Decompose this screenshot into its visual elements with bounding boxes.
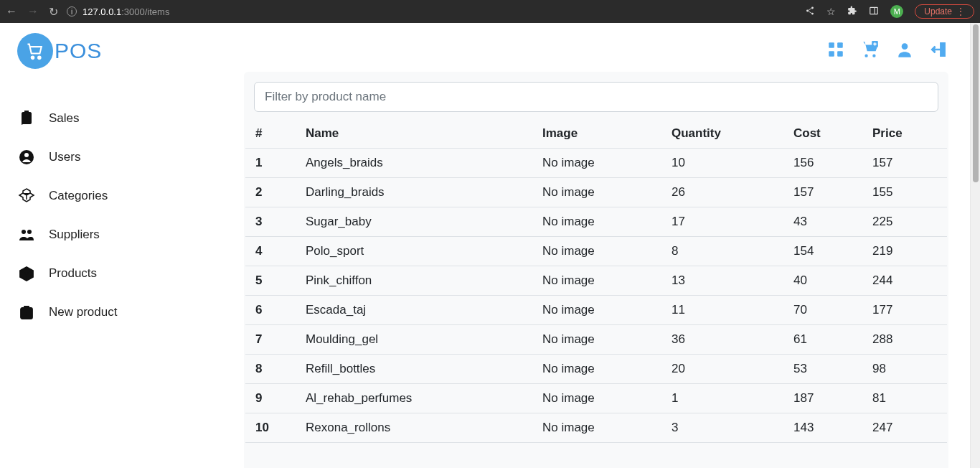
sidebar-item-products[interactable]: Products: [17, 264, 230, 283]
svg-point-9: [24, 153, 29, 157]
nav-icon: [17, 264, 36, 283]
table-row[interactable]: 9Al_rehab_perfumesNo image118781: [245, 384, 947, 413]
sidebar: POS SalesUsersCategoriesSuppliersProduct…: [0, 23, 244, 468]
cell-cost: 53: [783, 355, 862, 384]
cell-cost: 154: [783, 237, 862, 266]
cell-image: No image: [532, 149, 661, 178]
cell-cost: 157: [783, 178, 862, 207]
reload-button[interactable]: ↻: [49, 5, 58, 19]
scrollbar-thumb[interactable]: [973, 24, 979, 182]
cell-image: No image: [532, 413, 661, 443]
table-row[interactable]: 10Rexona_rollonsNo image3143247: [245, 413, 947, 443]
profile-avatar[interactable]: M: [890, 5, 903, 18]
top-toolbar: [244, 30, 948, 72]
cell-index: 5: [245, 266, 296, 296]
svg-rect-3: [870, 7, 878, 14]
cell-name: Darling_braids: [296, 178, 532, 207]
cell-cost: 187: [783, 384, 862, 413]
sidebar-item-users[interactable]: Users: [17, 148, 230, 167]
app-logo[interactable]: POS: [17, 33, 230, 69]
cell-index: 10: [245, 413, 296, 443]
table-row[interactable]: 8Refill_bottlesNo image205398: [245, 355, 947, 384]
sidebar-item-new-product[interactable]: New product: [17, 303, 230, 322]
cell-quantity: 3: [661, 413, 783, 443]
forward-button[interactable]: →: [27, 5, 39, 18]
cell-image: No image: [532, 178, 661, 207]
panel-icon[interactable]: [869, 6, 879, 18]
svg-rect-16: [837, 51, 843, 57]
sidebar-item-sales[interactable]: Sales: [17, 109, 230, 128]
sidebar-item-suppliers[interactable]: Suppliers: [17, 225, 230, 244]
extensions-icon[interactable]: [847, 6, 857, 18]
cell-image: No image: [532, 237, 661, 266]
col-price: Price: [862, 119, 947, 149]
cell-price: 98: [862, 355, 947, 384]
cell-price: 81: [862, 384, 947, 413]
cell-name: Polo_sport: [296, 237, 532, 266]
cell-image: No image: [532, 355, 661, 384]
cell-quantity: 8: [661, 237, 783, 266]
cell-quantity: 26: [661, 178, 783, 207]
cell-quantity: 13: [661, 266, 783, 296]
col-name: Name: [296, 119, 532, 149]
cell-index: 8: [245, 355, 296, 384]
cell-image: No image: [532, 325, 661, 355]
table-row[interactable]: 7Moulding_gelNo image3661288: [245, 325, 947, 355]
svg-rect-7: [24, 115, 29, 116]
col-image: Image: [532, 119, 661, 149]
dashboard-icon[interactable]: [826, 40, 845, 62]
products-table: # Name Image Quantity Cost Price 1Angels…: [245, 119, 947, 443]
cell-index: 1: [245, 149, 296, 178]
address-bar[interactable]: i 127.0.0.1:3000/items: [67, 6, 796, 17]
svg-point-5: [32, 57, 34, 60]
back-button[interactable]: ←: [6, 5, 17, 18]
more-icon: ⋮: [956, 6, 965, 17]
table-row[interactable]: 4Polo_sportNo image8154219: [245, 237, 947, 266]
update-button[interactable]: Update ⋮: [915, 4, 974, 19]
cell-name: Escada_taj: [296, 296, 532, 325]
cell-name: Angels_braids: [296, 149, 532, 178]
table-row[interactable]: 2Darling_braidsNo image26157155: [245, 178, 947, 207]
table-row[interactable]: 3Sugar_babyNo image1743225: [245, 207, 947, 237]
cell-index: 4: [245, 237, 296, 266]
svg-point-10: [22, 230, 26, 234]
bookmark-icon[interactable]: ☆: [826, 6, 836, 17]
svg-point-18: [902, 43, 908, 50]
filter-input[interactable]: [254, 82, 938, 112]
cell-image: No image: [532, 266, 661, 296]
logout-icon[interactable]: [930, 40, 948, 62]
sidebar-item-label: Suppliers: [49, 228, 100, 242]
sidebar-item-label: Categories: [49, 189, 108, 203]
cell-index: 3: [245, 207, 296, 237]
logo-text: POS: [55, 39, 102, 63]
col-index: #: [245, 119, 296, 149]
cell-quantity: 36: [661, 325, 783, 355]
cell-image: No image: [532, 207, 661, 237]
cell-quantity: 17: [661, 207, 783, 237]
cell-cost: 43: [783, 207, 862, 237]
site-info-icon[interactable]: i: [67, 6, 77, 17]
sidebar-item-categories[interactable]: Categories: [17, 187, 230, 205]
cell-price: 288: [862, 325, 947, 355]
svg-point-11: [27, 230, 32, 234]
add-cart-icon[interactable]: [861, 40, 880, 62]
cart-icon: [17, 33, 53, 69]
scrollbar[interactable]: [970, 23, 980, 468]
svg-rect-15: [829, 51, 834, 57]
cell-quantity: 11: [661, 296, 783, 325]
cell-price: 219: [862, 237, 947, 266]
nav-icon: [17, 225, 36, 244]
sidebar-item-label: New product: [49, 305, 117, 319]
nav-icon: [17, 148, 36, 167]
table-row[interactable]: 5Pink_chiffonNo image1340244: [245, 266, 947, 296]
cell-cost: 156: [783, 149, 862, 178]
cell-price: 247: [862, 413, 947, 443]
table-row[interactable]: 1Angels_braidsNo image10156157: [245, 149, 947, 178]
table-row[interactable]: 6Escada_tajNo image1170177: [245, 296, 947, 325]
share-icon[interactable]: [805, 6, 815, 18]
user-icon[interactable]: [895, 40, 914, 62]
cell-index: 2: [245, 178, 296, 207]
sidebar-item-label: Products: [49, 266, 97, 281]
cell-quantity: 10: [661, 149, 783, 178]
col-quantity: Quantity: [661, 119, 783, 149]
